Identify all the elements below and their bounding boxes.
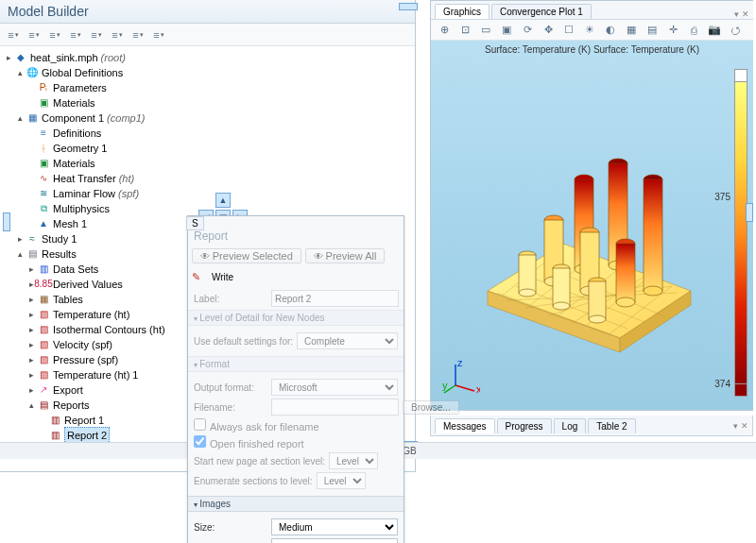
collapse-button[interactable]: ≡ [108,26,127,43]
svg-rect-25 [553,268,570,306]
tab-table2[interactable]: Table 2 [588,418,635,433]
tree-twisty[interactable]: ▸ [26,307,37,322]
tabs-menu-icon[interactable]: ▾ ✕ [730,9,753,19]
filter-button[interactable]: ≡ [87,26,106,43]
tree-node-label: Tables [53,292,83,307]
tree-node[interactable]: ⟊Geometry 1 [4,141,415,156]
tree-node-icon: ≈ [26,232,39,246]
light-icon[interactable]: ☀ [580,22,599,39]
print-icon[interactable]: ⎙ [684,22,703,39]
tree-twisty[interactable]: ▸ [26,322,37,337]
tree-twisty[interactable]: ▸ [26,337,37,352]
section-images[interactable]: Images [188,496,404,512]
tree-node-label: Results [42,246,77,262]
tree-twisty[interactable]: ▴ [26,398,37,413]
tab-graphics[interactable]: Graphics [435,4,490,19]
panel-handle-left[interactable] [3,212,10,231]
graphics-tabs: Graphics Convergence Plot 1 ▾ ✕ [431,1,753,20]
tree-twisty[interactable]: ▸ [26,352,37,367]
tree-twisty[interactable]: ▴ [15,110,26,126]
graphics-canvas[interactable]: Surface: Temperature (K) Surface: Temper… [431,41,753,410]
zoom-extents-icon[interactable]: ⊡ [455,22,474,39]
panel-handle-right[interactable] [746,203,753,222]
zoom-box-icon[interactable]: ▭ [476,22,495,39]
help-button[interactable]: ≡ [149,26,168,43]
axes-icon[interactable]: ✛ [663,22,682,39]
tree-twisty[interactable]: ▸ [26,382,37,398]
tree-twisty[interactable]: ▸ [15,231,26,246]
tree-node-label: Geometry 1 [53,141,107,156]
tree-node[interactable]: ▴🌐Global Definitions [4,65,415,80]
select-icon[interactable]: ☐ [559,22,578,39]
tree-node-label: Definitions [53,126,101,141]
tree-node[interactable]: PᵢParameters [4,80,415,95]
tab-convergence[interactable]: Convergence Plot 1 [491,4,592,19]
expand-button[interactable]: ≡ [45,26,64,43]
plot-title: Surface: Temperature (K) Surface: Temper… [431,44,753,55]
tree-node-icon: ▥ [48,414,61,427]
tree-node[interactable]: ∿Heat Transfer (ht) [4,171,415,186]
show-button[interactable]: ≡ [129,26,147,43]
tree-node[interactable]: ▣Materials [4,95,415,110]
transp-icon[interactable]: ◐ [601,22,620,39]
zoom-in-icon[interactable]: ⊕ [435,22,454,39]
report-label-input[interactable] [271,290,399,307]
tree-node-label: Temperature (ht) [53,307,129,322]
tree-node-icon: ∿ [37,172,50,185]
bottom-tabs: Messages Progress Log Table 2 ▾ ✕ [430,416,753,436]
wire-icon[interactable]: ▦ [622,22,641,39]
grid-icon[interactable]: ▤ [643,22,662,39]
tree-node-icon: ▥ [37,263,50,276]
size-select[interactable]: Medium [271,518,398,535]
tree-node[interactable]: ▴▦Component 1 (comp1) [4,110,415,126]
panel-handle-top[interactable] [399,3,418,10]
rotate-icon[interactable]: ⟳ [518,22,537,39]
section-level-of-detail[interactable]: Level of Detail for New Nodes [188,310,404,326]
output-format-select[interactable]: Microsoft [271,379,398,396]
tree-node-icon: ▥ [48,429,61,442]
preview-all-button[interactable]: 👁 Preview All [305,248,386,263]
tree-twisty[interactable]: ▸ [26,262,37,277]
filename-input[interactable] [271,399,399,416]
tree-twisty[interactable]: ▸ [26,292,37,307]
bottom-tabs-menu-icon[interactable]: ▾ ✕ [730,421,752,431]
tree-node[interactable]: ▣Materials [4,156,415,171]
tree-node[interactable]: ≡Definitions [4,126,415,141]
dock-up[interactable]: ▲ [215,193,231,208]
use-default-select[interactable]: Complete [297,332,398,349]
tree-node-icon: ◆ [14,51,27,64]
tree-twisty[interactable]: ▸ [26,367,37,382]
tree-node-icon: 8.85 [37,278,50,291]
write-button[interactable]: Write [204,271,241,283]
tab-log[interactable]: Log [554,418,587,433]
tree-node-label: Mesh 1 [53,216,87,231]
nav-back-button[interactable]: ≡ [4,26,23,43]
tree-node[interactable]: ▸◆heat_sink.mph (root) [4,50,415,65]
open-finished-checkbox[interactable] [194,435,206,448]
camera-icon[interactable]: 📷 [705,22,724,39]
enumerate-select[interactable]: Level [317,472,366,489]
tree-twisty[interactable]: ▴ [15,65,26,80]
start-new-select[interactable]: Level [329,452,378,469]
svg-rect-19 [616,244,635,302]
sort-button[interactable]: ≡ [66,26,85,43]
preview-selected-button[interactable]: 👁 Preview Selected [192,248,301,263]
graphics-toolbar: ⊕⊡▭▣⟳✥☐☀◐▦▤✛⎙📷⭯ [431,20,753,41]
nav-fwd-button[interactable]: ≡ [25,26,43,43]
always-ask-checkbox[interactable] [194,418,206,431]
label-label: Label: [194,294,267,304]
tab-messages[interactable]: Messages [435,418,495,433]
tree-twisty[interactable]: ▸ [4,50,14,65]
browse-button[interactable]: Browse... [403,400,459,415]
section-format[interactable]: Format [188,356,404,372]
svg-rect-10 [644,179,662,291]
zoom-sel-icon[interactable]: ▣ [497,22,516,39]
reset-icon[interactable]: ⭯ [726,22,745,39]
type-select[interactable]: PNG [271,538,398,543]
tree-node-label: Derived Values [53,277,123,292]
pan-icon[interactable]: ✥ [539,22,558,39]
tree-node-label: Isothermal Contours (ht) [53,322,165,337]
tab-progress[interactable]: Progress [497,418,552,433]
tree-twisty[interactable]: ▴ [15,246,26,262]
model-builder-toolbar: ≡≡≡≡≡≡≡≡ [0,24,415,46]
